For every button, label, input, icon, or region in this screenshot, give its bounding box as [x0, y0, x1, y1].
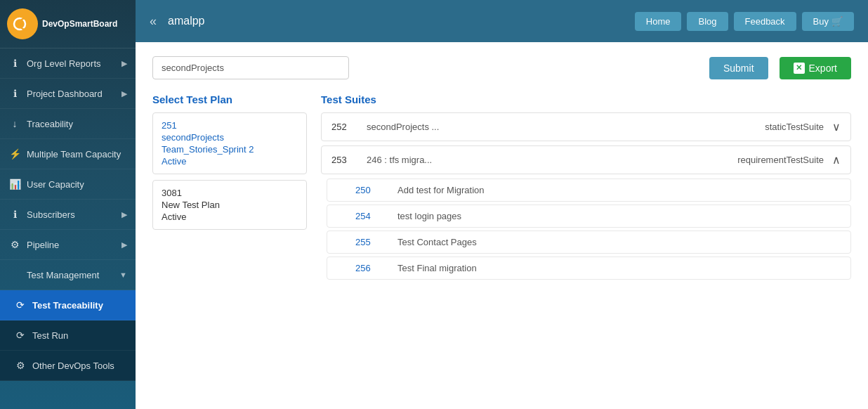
sidebar: DevOpSmartBoard ℹ Org Level Reports ▶ ℹ …	[0, 0, 136, 409]
chart-icon: 📊	[8, 178, 21, 190]
test-plan-item-251[interactable]: 251 secondProjects Team_Stories_Sprint 2…	[152, 112, 307, 174]
home-button[interactable]: Home	[635, 12, 682, 31]
topbar-navigation: Home Blog Feedback Buy 🛒	[635, 12, 854, 31]
sidebar-item-label: Test Traceability	[32, 300, 103, 311]
chevron-right-icon-4: ▶	[121, 240, 127, 249]
info-icon: ℹ	[8, 57, 21, 70]
chevron-down-icon: ▼	[119, 271, 127, 279]
test-plan-status-251: Active	[162, 156, 298, 167]
sidebar-item-test-management[interactable]: Test Management ▼	[0, 260, 136, 290]
chevron-down-icon-252[interactable]: ∨	[832, 120, 841, 134]
sidebar-logo: DevOpSmartBoard	[0, 0, 136, 48]
sub-row-num-250: 250	[355, 185, 397, 195]
sidebar-navigation: ℹ Org Level Reports ▶ ℹ Project Dashboar…	[0, 48, 136, 409]
suite-num-252: 252	[331, 122, 367, 132]
sidebar-item-label: Test Management	[27, 270, 99, 280]
suite-row-252[interactable]: 252 secondProjects ... staticTestSuite ∨	[321, 112, 851, 141]
test-plan-num-3081: 3081	[162, 188, 298, 198]
suite-type-253: requirementTestSuite	[683, 155, 824, 165]
sync-icon-2: ⟳	[14, 329, 27, 342]
lightning-icon: ⚡	[8, 148, 21, 160]
sidebar-item-project-dashboard[interactable]: ℹ Project Dashboard ▶	[0, 79, 136, 109]
sidebar-item-other-devops-tools[interactable]: ⚙ Other DevOps Tools	[0, 351, 136, 381]
sub-row-name-256: Test Final migration	[397, 263, 841, 273]
sub-row-num-255: 255	[355, 237, 397, 247]
sync-icon: ⟳	[14, 299, 27, 311]
sub-row-name-255: Test Contact Pages	[397, 237, 841, 247]
buy-button[interactable]: Buy 🛒	[802, 12, 854, 31]
gear-icon: ⚙	[8, 238, 21, 251]
action-bar: Submit ✕ Export	[152, 56, 851, 79]
right-panel: Test Suites 252 secondProjects ... stati…	[321, 93, 851, 283]
sidebar-item-label: Pipeline	[27, 240, 59, 250]
submit-button[interactable]: Submit	[709, 57, 768, 79]
sidebar-item-subscribers[interactable]: ℹ Subscribers ▶	[0, 200, 136, 230]
sidebar-item-label: Subscribers	[27, 209, 75, 220]
suite-row-253[interactable]: 253 246 : tfs migra... requirementTestSu…	[321, 145, 851, 174]
sub-row-name-254: test login pages	[397, 211, 841, 221]
sidebar-item-label: Other DevOps Tools	[32, 361, 114, 371]
sidebar-item-test-traceability[interactable]: ⟳ Test Traceability	[0, 290, 136, 320]
sidebar-item-label: Project Dashboard	[27, 89, 103, 99]
sidebar-item-test-run[interactable]: ⟳ Test Run	[0, 320, 136, 351]
sidebar-item-label: Traceability	[27, 119, 73, 129]
sidebar-item-pipeline[interactable]: ⚙ Pipeline ▶	[0, 230, 136, 260]
sub-row-254[interactable]: 254 test login pages	[327, 204, 851, 228]
content-area: Submit ✕ Export Select Test Plan 251 sec…	[136, 42, 868, 409]
test-suites-title: Test Suites	[321, 93, 851, 105]
test-plan-sprint-251: Team_Stories_Sprint 2	[162, 144, 298, 155]
test-plan-item-3081[interactable]: 3081 New Test Plan Active	[152, 180, 307, 230]
topbar: « amalpp Home Blog Feedback Buy 🛒	[136, 0, 868, 42]
feedback-button[interactable]: Feedback	[734, 12, 796, 31]
test-plan-status-3081: Active	[162, 212, 298, 222]
sidebar-item-multiple-team-capacity[interactable]: ⚡ Multiple Team Capacity	[0, 139, 136, 169]
info-icon-3: ℹ	[8, 208, 21, 221]
sub-row-num-256: 256	[355, 263, 397, 273]
export-button[interactable]: ✕ Export	[780, 57, 851, 79]
chevron-up-icon-253[interactable]: ∧	[832, 153, 841, 167]
sub-row-255[interactable]: 255 Test Contact Pages	[327, 231, 851, 254]
search-input[interactable]	[152, 56, 349, 79]
sub-row-name-250: Add test for Migration	[397, 185, 841, 195]
chevron-right-icon-2: ▶	[121, 89, 127, 98]
main-content: « amalpp Home Blog Feedback Buy 🛒 Submit…	[136, 0, 868, 409]
select-test-plan-title: Select Test Plan	[152, 93, 307, 105]
sub-row-250[interactable]: 250 Add test for Migration	[327, 178, 851, 202]
sidebar-item-org-level-reports[interactable]: ℹ Org Level Reports ▶	[0, 48, 136, 79]
blog-button[interactable]: Blog	[687, 12, 728, 31]
suite-type-252: staticTestSuite	[683, 122, 824, 132]
sidebar-item-label: Org Level Reports	[27, 58, 101, 69]
sidebar-item-label: Test Run	[32, 330, 68, 341]
test-plan-name-3081: New Test Plan	[162, 200, 298, 210]
test-plan-num-251: 251	[162, 120, 298, 131]
sidebar-item-traceability[interactable]: ↓ Traceability	[0, 109, 136, 139]
topbar-title: amalpp	[168, 15, 635, 27]
test-management-icon	[8, 268, 21, 281]
sub-row-num-254: 254	[355, 211, 397, 221]
traceability-icon: ↓	[8, 117, 21, 130]
info-icon-2: ℹ	[8, 87, 21, 100]
chevron-right-icon: ▶	[121, 59, 127, 68]
sidebar-item-user-capacity[interactable]: 📊 User Capacity	[0, 169, 136, 200]
excel-icon: ✕	[794, 63, 805, 74]
sidebar-item-label: User Capacity	[27, 179, 84, 190]
suite-name-252: secondProjects ...	[367, 122, 683, 132]
chevron-right-icon-3: ▶	[121, 210, 127, 219]
sub-row-256[interactable]: 256 Test Final migration	[327, 257, 851, 280]
left-panel: Select Test Plan 251 secondProjects Team…	[152, 93, 307, 283]
cart-icon: 🛒	[831, 16, 843, 27]
logo-text: DevOpSmartBoard	[42, 19, 117, 29]
sidebar-item-label: Multiple Team Capacity	[27, 149, 121, 160]
suite-name-253: 246 : tfs migra...	[367, 155, 683, 165]
gear-icon-2: ⚙	[14, 359, 27, 372]
logo-icon	[7, 8, 38, 39]
suite-num-253: 253	[331, 155, 367, 165]
panels-container: Select Test Plan 251 secondProjects Team…	[152, 93, 851, 283]
test-plan-name-251: secondProjects	[162, 132, 298, 143]
sidebar-collapse-button[interactable]: «	[150, 14, 157, 29]
